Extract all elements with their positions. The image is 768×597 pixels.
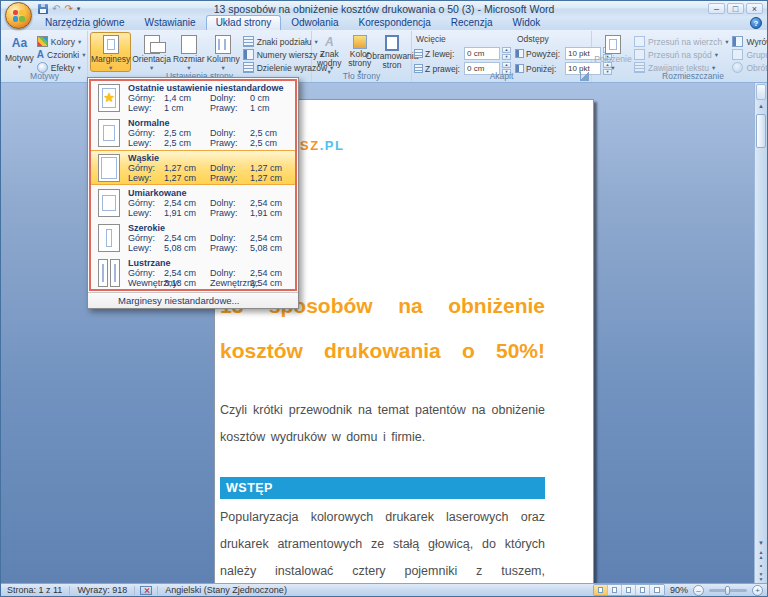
theme-colors-icon — [37, 36, 48, 47]
margins-dropdown-menu: ★ Ostatnie ustawienie niestandardowe Gór… — [87, 77, 299, 309]
indent-left-label: Z lewej: — [425, 49, 462, 59]
group-button[interactable]: Grupuj ▾ — [730, 49, 768, 60]
redo-button[interactable]: ↷ — [64, 4, 72, 14]
orientation-button-label: Orientacja — [132, 55, 171, 64]
zoom-level[interactable]: 90% — [670, 585, 688, 595]
indent-left-field[interactable]: 0 cm — [464, 47, 500, 60]
ribbon: Aa Motywy ▾ Kolory ▾ A Czcionki ▾ Efekty — [1, 30, 767, 83]
undo-button[interactable]: ↶ — [52, 4, 60, 14]
margins-preset-wide-icon — [98, 224, 120, 252]
word-count[interactable]: Wyrazy: 918 — [75, 585, 129, 595]
zoom-slider[interactable] — [709, 589, 747, 592]
orientation-button[interactable]: Orientacja ▾ — [131, 32, 172, 72]
margins-preset-narrow-icon — [98, 154, 120, 182]
watermark-button-label: Znak wodny — [315, 50, 344, 68]
window-title: 13 sposobów na obniżenie kosztów drukowa… — [101, 3, 667, 15]
align-button[interactable]: Wyrównaj ▾ — [730, 36, 768, 47]
margins-button[interactable]: Marginesy ▾ — [90, 32, 131, 72]
tab-recenzja[interactable]: Recenzja — [441, 15, 503, 30]
bring-to-front-button[interactable]: Przesuń na wierzch ▾ — [632, 36, 730, 47]
zoom-out-button[interactable]: – — [693, 585, 704, 596]
margins-preset-moderate[interactable]: Umiarkowane Górny:2,54 cm Dolny:2,54 cm … — [90, 185, 296, 220]
minimize-button[interactable]: – — [708, 3, 725, 14]
margins-preset-narrow[interactable]: Wąskie Górny:1,27 cm Dolny:1,27 cm Lewy:… — [90, 150, 296, 185]
align-label: Wyrównaj — [746, 37, 768, 47]
indent-header: Wcięcie — [416, 34, 511, 44]
align-icon — [732, 36, 743, 47]
tab-uklad-strony[interactable]: Układ strony — [206, 15, 282, 30]
send-to-back-icon — [634, 49, 645, 60]
chevron-down-icon: ▾ — [82, 52, 85, 58]
ribbon-group-ustawienia-strony: Marginesy ▾ Orientacja ▾ Rozmiar ▾ Kolum… — [88, 31, 312, 82]
tab-wstawianie[interactable]: Wstawianie — [135, 15, 206, 30]
spellcheck-status-icon[interactable] — [140, 586, 152, 595]
bring-to-front-icon — [634, 36, 645, 47]
view-outline-button[interactable] — [636, 585, 650, 595]
scroll-up-arrow[interactable]: ▲ — [755, 101, 767, 113]
watermark-icon: A — [325, 35, 334, 49]
margins-preset-normal[interactable]: Normalne Górny:2,5 cm Dolny:2,5 cm Lewy:… — [90, 115, 296, 150]
custom-margins-menu-item[interactable]: Marginesy niestandardowe... — [88, 292, 298, 308]
zoom-slider-thumb[interactable] — [725, 586, 730, 595]
columns-button[interactable]: Kolumny ▾ — [206, 32, 241, 72]
breaks-icon — [243, 36, 254, 47]
page-indicator[interactable]: Strona: 1 z 11 — [5, 585, 64, 595]
word-window: ↶ ↷ ▾ 13 sposobów na obniżenie kosztów d… — [0, 0, 768, 597]
breaks-label: Znaki podziału — [257, 37, 312, 47]
spacing-before-icon — [515, 49, 524, 58]
vertical-scrollbar[interactable]: ▲ ▼ ▲▲ • ▼▼ — [754, 83, 767, 583]
chevron-down-icon: ▾ — [712, 65, 715, 71]
save-button[interactable] — [38, 4, 48, 14]
watermark-button[interactable]: A Znak wodny ▾ — [314, 32, 345, 76]
columns-button-label: Kolumny — [207, 55, 240, 64]
preset-name: Umiarkowane — [128, 188, 296, 198]
send-to-back-button[interactable]: Przesuń na spód ▾ — [632, 49, 730, 60]
browse-previous-button[interactable]: ▲▲ — [755, 550, 767, 561]
theme-fonts-button[interactable]: A Czcionki ▾ — [35, 49, 88, 60]
theme-colors-label: Kolory — [51, 37, 75, 47]
close-button[interactable]: × — [746, 3, 763, 14]
help-button[interactable]: ? — [750, 17, 762, 29]
margins-preset-custom-icon: ★ — [98, 84, 120, 112]
zoom-in-button[interactable]: + — [752, 585, 763, 596]
scrollbar-thumb[interactable] — [756, 114, 766, 148]
themes-button[interactable]: Aa Motywy ▾ — [4, 32, 35, 72]
ribbon-group-rozmieszczanie: Położenie ▾ Przesuń na wierzch ▾ Przesuń… — [592, 31, 768, 82]
language-indicator[interactable]: Angielski (Stany Zjednoczone) — [163, 585, 289, 595]
theme-fonts-icon: A — [37, 49, 44, 60]
margins-preset-wide[interactable]: Szerokie Górny:2,54 cm Dolny:2,54 cm Lew… — [90, 220, 296, 255]
view-web-layout-button[interactable] — [622, 585, 636, 595]
browse-next-button[interactable]: ▼▼ — [755, 572, 767, 583]
restore-button[interactable]: □ — [727, 3, 744, 14]
page-size-button[interactable]: Rozmiar ▾ — [172, 32, 206, 72]
indent-left-spinner[interactable]: ▲▼ — [502, 47, 511, 60]
view-draft-button[interactable] — [650, 585, 664, 595]
customize-qat-button[interactable]: ▾ — [77, 5, 81, 13]
tab-odwolania[interactable]: Odwołania — [281, 15, 348, 30]
custom-margins-label: Marginesy niestandardowe... — [118, 295, 239, 306]
position-button[interactable]: Położenie ▾ — [594, 32, 632, 72]
page-size-icon — [181, 35, 197, 54]
office-button[interactable] — [5, 2, 32, 29]
ribbon-group-tlo-strony: A Znak wodny ▾ Kolor strony ▾ Obramowani… — [312, 31, 412, 82]
position-icon — [605, 35, 621, 54]
page-borders-button[interactable]: Obramowania stron — [375, 32, 409, 72]
group-icon — [732, 49, 743, 60]
preset-name: Ostatnie ustawienie niestandardowe — [128, 83, 296, 93]
tab-widok[interactable]: Widok — [502, 15, 550, 30]
tab-narzedzia-glowne[interactable]: Narzędzia główne — [35, 15, 135, 30]
title-bar: ↶ ↷ ▾ 13 sposobów na obniżenie kosztów d… — [1, 1, 767, 16]
chevron-down-icon: ▾ — [77, 65, 80, 71]
logo-text-orange: SZ — [300, 138, 320, 153]
document-intro-paragraph: Czyli krótki przewodnik na temat patentó… — [220, 397, 545, 451]
theme-colors-button[interactable]: Kolory ▾ — [35, 36, 88, 47]
view-fullscreen-reading-button[interactable] — [608, 585, 622, 595]
tab-korespondencja[interactable]: Korespondencja — [348, 15, 440, 30]
margins-preset-last-custom[interactable]: ★ Ostatnie ustawienie niestandardowe Gór… — [90, 80, 296, 115]
ruler-toggle-button[interactable] — [756, 84, 766, 100]
margins-preset-normal-icon — [98, 119, 120, 147]
margins-preset-mirrored[interactable]: Lustrzane Górny:2,54 cm Dolny:2,54 cm We… — [90, 255, 296, 290]
view-print-layout-button[interactable] — [594, 585, 608, 595]
orientation-icon — [144, 35, 160, 54]
ribbon-tabs: Narzędzia główne Wstawianie Układ strony… — [1, 16, 767, 30]
